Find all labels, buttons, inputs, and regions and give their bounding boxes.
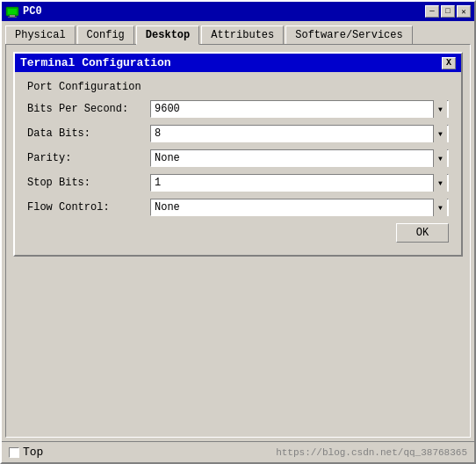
- data-bits-select[interactable]: 8 7 6 5: [150, 125, 449, 142]
- flow-control-row: Flow Control: None XON/XOFF RTS/CTS ▼: [27, 199, 449, 216]
- title-buttons: — □ ✕: [425, 5, 471, 18]
- tab-attributes[interactable]: Attributes: [201, 25, 284, 45]
- data-bits-row: Data Bits: 8 7 6 5 ▼: [27, 125, 449, 142]
- bits-per-second-select[interactable]: 9600 1200 2400 4800 19200 38400 57600 11…: [150, 100, 449, 118]
- dialog-close-button[interactable]: X: [442, 57, 456, 69]
- stop-bits-select-wrapper: 1 1.5 2 ▼: [150, 174, 449, 192]
- bottom-bar: Top https://blog.csdn.net/qq_38768365: [2, 441, 474, 462]
- stop-bits-select[interactable]: 1 1.5 2: [150, 174, 449, 192]
- data-bits-wrapper: 8 7 6 5 ▼: [150, 125, 449, 142]
- stop-bits-wrapper: 1 1.5 2 ▼: [150, 174, 449, 192]
- tab-desktop[interactable]: Desktop: [136, 25, 199, 45]
- data-bits-select-wrapper: 8 7 6 5 ▼: [150, 125, 449, 142]
- top-checkbox[interactable]: [9, 447, 19, 458]
- parity-row: Parity: None Even Odd Mark Space ▼: [27, 149, 449, 167]
- tab-software-services[interactable]: Software/Services: [285, 25, 412, 45]
- window-icon: [5, 4, 19, 18]
- svg-rect-3: [8, 17, 17, 18]
- bits-per-second-row: Bits Per Second: 9600 1200 2400 4800 192…: [27, 100, 449, 118]
- section-label: Port Configuration: [27, 81, 449, 93]
- bottom-left: Top: [9, 446, 43, 459]
- dialog-title-bar: Terminal Configuration X: [15, 54, 461, 72]
- flow-control-select-wrapper: None XON/XOFF RTS/CTS ▼: [150, 199, 449, 216]
- stop-bits-row: Stop Bits: 1 1.5 2 ▼: [27, 174, 449, 192]
- flow-control-wrapper: None XON/XOFF RTS/CTS ▼: [150, 199, 449, 216]
- main-window: PC0 — □ ✕ PhysicalConfigDesktopAttribute…: [0, 0, 476, 464]
- tab-config[interactable]: Config: [77, 25, 134, 45]
- top-label: Top: [23, 446, 43, 459]
- bits-per-second-select-wrapper: 9600 1200 2400 4800 19200 38400 57600 11…: [150, 100, 449, 118]
- parity-wrapper: None Even Odd Mark Space ▼: [150, 149, 449, 167]
- tab-physical[interactable]: Physical: [5, 25, 76, 45]
- svg-rect-1: [8, 9, 17, 14]
- svg-rect-2: [10, 15, 15, 17]
- title-bar: PC0 — □ ✕: [2, 2, 474, 21]
- flow-control-select[interactable]: None XON/XOFF RTS/CTS: [150, 199, 449, 216]
- minimize-button[interactable]: —: [425, 5, 439, 18]
- bits-per-second-label: Bits Per Second:: [27, 103, 150, 115]
- tabs-bar: PhysicalConfigDesktopAttributesSoftware/…: [2, 21, 474, 44]
- ok-button-row: OK: [27, 223, 449, 243]
- dialog-body: Port Configuration Bits Per Second: 9600…: [15, 72, 461, 255]
- parity-select-wrapper: None Even Odd Mark Space ▼: [150, 149, 449, 167]
- data-bits-label: Data Bits:: [27, 127, 150, 140]
- tab-content-area: Terminal Configuration X Port Configurat…: [5, 44, 471, 438]
- terminal-configuration-dialog: Terminal Configuration X Port Configurat…: [13, 52, 463, 257]
- window-close-button[interactable]: ✕: [457, 5, 471, 18]
- dialog-title-text: Terminal Configuration: [20, 56, 171, 69]
- ok-button[interactable]: OK: [396, 223, 449, 243]
- flow-control-label: Flow Control:: [27, 201, 150, 214]
- title-bar-left: PC0: [5, 4, 42, 18]
- bottom-link: https://blog.csdn.net/qq_38768365: [276, 447, 467, 458]
- window-title: PC0: [23, 5, 42, 18]
- parity-label: Parity:: [27, 152, 150, 164]
- bits-per-second-wrapper: 9600 1200 2400 4800 19200 38400 57600 11…: [150, 100, 449, 118]
- maximize-button[interactable]: □: [441, 5, 455, 18]
- stop-bits-label: Stop Bits:: [27, 177, 150, 189]
- parity-select[interactable]: None Even Odd Mark Space: [150, 149, 449, 167]
